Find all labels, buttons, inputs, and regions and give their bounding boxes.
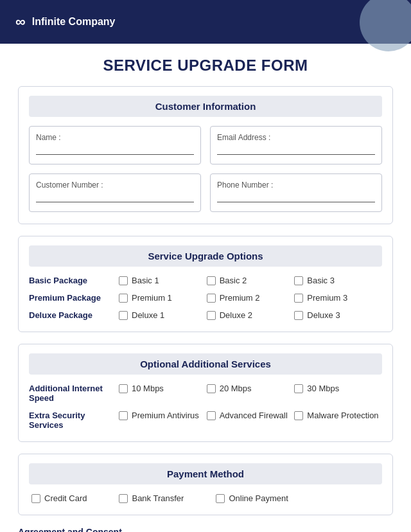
online-payment-label: Online Payment: [229, 493, 288, 503]
header: ∞ Infinite Company: [0, 0, 411, 44]
premium-antivirus-option[interactable]: Premium Antivirus: [119, 411, 207, 420]
deluxe-2-option[interactable]: Deluxe 2: [207, 310, 295, 320]
deluxe-package-row: Deluxe Package Deluxe 1 Deluxe 2 Deluxe …: [29, 310, 382, 320]
deluxe-1-option[interactable]: Deluxe 1: [119, 310, 207, 320]
optional-services-section: Optional Additional Services Additional …: [18, 344, 393, 442]
premium-antivirus-label: Premium Antivirus: [132, 411, 199, 420]
bank-transfer-option[interactable]: Bank Transfer: [119, 493, 184, 503]
malware-protection-label: Malware Protection: [307, 411, 378, 420]
premium-2-checkbox[interactable]: [207, 294, 216, 303]
10mbps-label: 10 Mbps: [132, 384, 164, 393]
premium-1-label: Premium 1: [132, 293, 172, 303]
10mbps-checkbox[interactable]: [119, 384, 128, 393]
internet-speed-label: Additional Internet Speed: [29, 384, 119, 403]
main-content: SERVICE UPGRADE FORM Customer Informatio…: [0, 44, 411, 532]
basic-2-label: Basic 2: [220, 276, 247, 285]
customer-info-grid: Name : Email Address : Customer Number :…: [29, 126, 382, 212]
agreement-title: Agreement and Consent: [18, 527, 393, 532]
email-underline: [217, 146, 375, 155]
20mbps-label: 20 Mbps: [220, 384, 252, 393]
20mbps-checkbox[interactable]: [207, 384, 216, 393]
agreement-section: Agreement and Consent By filling out thi…: [18, 527, 393, 532]
online-payment-option[interactable]: Online Payment: [216, 493, 288, 503]
deluxe-1-checkbox[interactable]: [119, 311, 128, 320]
basic-2-checkbox[interactable]: [207, 276, 216, 285]
name-field[interactable]: Name :: [29, 126, 201, 164]
customer-number-label: Customer Number :: [36, 181, 194, 190]
credit-card-checkbox[interactable]: [31, 494, 40, 503]
30mbps-label: 30 Mbps: [307, 384, 339, 393]
customer-number-field[interactable]: Customer Number :: [29, 173, 201, 212]
premium-2-option[interactable]: Premium 2: [207, 293, 295, 303]
payment-method-header: Payment Method: [29, 463, 382, 484]
payment-options-row: Credit Card Bank Transfer Online Payment: [29, 493, 382, 503]
basic-package-row: Basic Package Basic 1 Basic 2 Basic 3: [29, 276, 382, 285]
customer-info-section: Customer Information Name : Email Addres…: [18, 86, 393, 224]
premium-3-checkbox[interactable]: [294, 294, 303, 303]
service-upgrade-section: Service Upgrade Options Basic Package Ba…: [18, 236, 393, 332]
premium-antivirus-checkbox[interactable]: [119, 411, 128, 420]
20mbps-option[interactable]: 20 Mbps: [207, 384, 295, 393]
premium-package-label: Premium Package: [29, 293, 119, 303]
advanced-firewall-label: Advanced Firewall: [220, 411, 288, 420]
bank-transfer-checkbox[interactable]: [119, 494, 128, 503]
name-label: Name :: [36, 133, 194, 142]
credit-card-option[interactable]: Credit Card: [31, 493, 87, 503]
malware-protection-checkbox[interactable]: [294, 411, 303, 420]
basic-3-option[interactable]: Basic 3: [294, 276, 382, 285]
premium-3-option[interactable]: Premium 3: [294, 293, 382, 303]
customer-info-header: Customer Information: [29, 96, 382, 117]
email-label: Email Address :: [217, 133, 375, 142]
logo-icon: ∞: [15, 13, 26, 30]
customer-number-underline: [36, 193, 194, 202]
logo: ∞ Infinite Company: [15, 13, 115, 30]
basic-1-label: Basic 1: [132, 276, 159, 285]
basic-1-option[interactable]: Basic 1: [119, 276, 207, 285]
online-payment-checkbox[interactable]: [216, 494, 225, 503]
premium-3-label: Premium 3: [307, 293, 347, 303]
phone-field[interactable]: Phone Number :: [210, 173, 382, 212]
basic-3-checkbox[interactable]: [294, 276, 303, 285]
phone-underline: [217, 193, 375, 202]
30mbps-option[interactable]: 30 Mbps: [294, 384, 382, 393]
internet-speed-row: Additional Internet Speed 10 Mbps 20 Mbp…: [29, 384, 382, 403]
company-name: Infinite Company: [32, 16, 116, 28]
deluxe-package-label: Deluxe Package: [29, 310, 119, 320]
premium-2-label: Premium 2: [220, 293, 260, 303]
premium-package-row: Premium Package Premium 1 Premium 2 Prem…: [29, 293, 382, 303]
deluxe-1-label: Deluxe 1: [132, 310, 164, 320]
deluxe-2-checkbox[interactable]: [207, 311, 216, 320]
bank-transfer-label: Bank Transfer: [132, 493, 184, 503]
10mbps-option[interactable]: 10 Mbps: [119, 384, 207, 393]
advanced-firewall-option[interactable]: Advanced Firewall: [207, 411, 295, 420]
premium-1-option[interactable]: Premium 1: [119, 293, 207, 303]
30mbps-checkbox[interactable]: [294, 384, 303, 393]
security-services-row: Extra Security Services Premium Antiviru…: [29, 411, 382, 430]
credit-card-label: Credit Card: [44, 493, 87, 503]
security-services-label: Extra Security Services: [29, 411, 119, 430]
service-upgrade-header: Service Upgrade Options: [29, 245, 382, 267]
deluxe-2-label: Deluxe 2: [220, 310, 252, 320]
deluxe-3-option[interactable]: Deluxe 3: [294, 310, 382, 320]
email-field[interactable]: Email Address :: [210, 126, 382, 164]
basic-3-label: Basic 3: [307, 276, 335, 285]
basic-package-label: Basic Package: [29, 276, 119, 285]
advanced-firewall-checkbox[interactable]: [207, 411, 216, 420]
name-underline: [36, 146, 194, 155]
deluxe-3-checkbox[interactable]: [294, 311, 303, 320]
premium-1-checkbox[interactable]: [119, 294, 128, 303]
payment-method-section: Payment Method Credit Card Bank Transfer…: [18, 454, 393, 515]
basic-2-option[interactable]: Basic 2: [207, 276, 295, 285]
basic-1-checkbox[interactable]: [119, 276, 128, 285]
phone-label: Phone Number :: [217, 181, 375, 190]
malware-protection-option[interactable]: Malware Protection: [294, 411, 382, 420]
form-title: SERVICE UPGRADE FORM: [18, 57, 393, 75]
optional-services-header: Optional Additional Services: [29, 353, 382, 375]
deluxe-3-label: Deluxe 3: [307, 310, 340, 320]
